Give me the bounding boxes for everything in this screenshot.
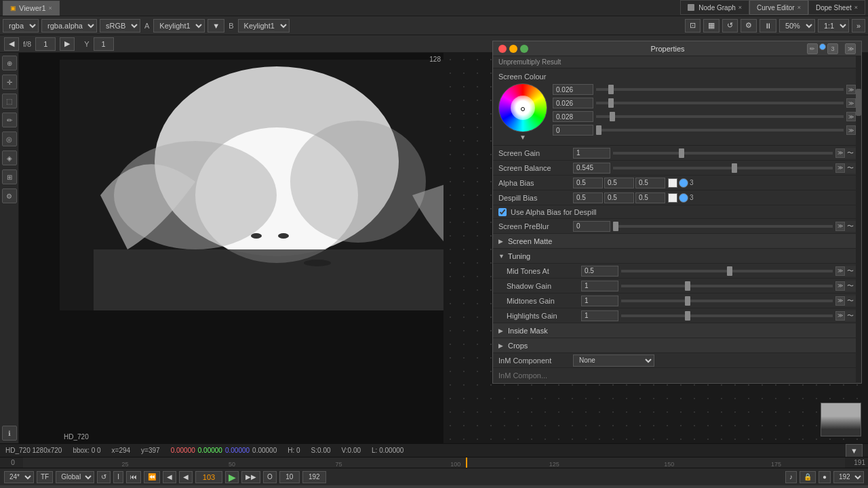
frame-input[interactable] — [35, 37, 56, 51]
screen-gain-slider[interactable] — [613, 152, 833, 155]
ratio-select[interactable]: 1:1 — [818, 19, 849, 33]
step-back-btn[interactable]: ◀ — [163, 471, 176, 483]
screen-gain-anim[interactable]: 〜 — [845, 148, 856, 159]
back-btn[interactable]: ◀ — [179, 471, 193, 483]
colour-a-thumb[interactable] — [596, 125, 601, 135]
alpha-bias-b-input[interactable] — [635, 178, 665, 188]
roi-btn[interactable]: ⊡ — [685, 19, 701, 33]
crops-section[interactable]: ▶ Crops — [493, 338, 861, 353]
use-alpha-bias-checkbox[interactable] — [498, 208, 507, 216]
timeline-ruler[interactable]: 25 50 75 100 125 150 175 103 — [23, 458, 845, 468]
colour-r-arrow[interactable]: ≫ — [846, 85, 856, 94]
reset-btn[interactable]: ↺ — [722, 19, 738, 33]
screen-preblur-thumb[interactable] — [613, 222, 618, 231]
shadow-gain-arrow[interactable]: ≫ — [835, 281, 845, 291]
crop-icon[interactable]: ⬚ — [2, 94, 17, 108]
play-btn[interactable]: ▶ — [225, 471, 239, 483]
viewer1-tab[interactable]: ▣ Viewer1 × — [3, 1, 60, 16]
screen-balance-slider[interactable] — [613, 167, 833, 169]
win-maximize-btn[interactable] — [520, 45, 528, 53]
colour-r-slider[interactable] — [596, 88, 844, 91]
zoom-select[interactable]: 50% — [779, 19, 815, 33]
next-frame-btn[interactable]: ▶ — [60, 37, 75, 51]
colour-b-arrow[interactable]: ≫ — [846, 112, 856, 121]
roto-icon[interactable]: ◎ — [2, 131, 17, 146]
despill-swatch-blue[interactable] — [679, 193, 688, 203]
screen-matte-section[interactable]: ▶ Screen Matte — [493, 234, 861, 249]
current-frame-input[interactable]: 103 — [195, 471, 222, 483]
colorspace-select[interactable]: sRGB — [100, 19, 140, 33]
record-mode-select[interactable]: 192 — [833, 471, 864, 483]
highlights-gain-arrow[interactable]: ≫ — [835, 311, 845, 321]
colour-r-thumb[interactable] — [608, 85, 614, 94]
node-graph-tab[interactable]: Node Graph × — [680, 0, 749, 15]
win-minimize-btn[interactable] — [509, 45, 517, 53]
swatch-blue[interactable] — [679, 178, 688, 188]
shadow-gain-input[interactable] — [581, 281, 618, 291]
shadow-gain-slider[interactable] — [621, 285, 833, 287]
paint-icon[interactable]: ✏ — [2, 113, 17, 127]
despill-bias-r-input[interactable] — [573, 192, 603, 203]
b-input-select[interactable]: Keylight1 — [238, 19, 290, 33]
despill-swatch-white[interactable] — [668, 193, 677, 203]
screen-balance-anim[interactable]: 〜 — [845, 163, 856, 174]
play-audio-btn[interactable]: ▶▶ — [241, 471, 260, 483]
props-collapse-btn[interactable]: ≫ — [845, 43, 856, 54]
props-color-btn[interactable] — [819, 43, 826, 50]
curve-editor-close[interactable]: × — [797, 4, 801, 11]
shadow-gain-anim[interactable]: 〜 — [845, 281, 856, 291]
grid2-icon[interactable]: ⊞ — [2, 169, 17, 184]
highlights-gain-thumb[interactable] — [685, 311, 690, 321]
swatch-white[interactable] — [668, 178, 677, 188]
curve-editor-tab[interactable]: Curve Editor × — [749, 0, 808, 15]
mid-tones-arrow[interactable]: ≫ — [835, 266, 845, 276]
start-btn[interactable]: ⏮ — [126, 471, 141, 483]
midtones-gain-thumb[interactable] — [685, 296, 690, 306]
highlights-gain-anim[interactable]: 〜 — [845, 310, 856, 321]
colour-r-input[interactable] — [553, 84, 593, 95]
prev-btn[interactable]: ⏪ — [144, 471, 160, 483]
viewer1-close[interactable]: × — [49, 5, 52, 12]
channel-select[interactable]: rgba — [3, 19, 39, 33]
viewer-icon[interactable]: ⊕ — [2, 56, 17, 70]
grid-btn[interactable]: ▦ — [703, 19, 719, 33]
dope-sheet-tab[interactable]: Dope Sheet × — [808, 0, 865, 15]
mid-tones-slider[interactable] — [621, 270, 833, 272]
colour-g-input[interactable] — [553, 98, 593, 108]
inside-mask-section[interactable]: ▶ Inside Mask — [493, 323, 861, 338]
screen-gain-thumb[interactable] — [679, 148, 684, 158]
screen-preblur-anim[interactable]: 〜 — [845, 221, 856, 232]
a-connect-btn[interactable]: ▼ — [208, 19, 224, 33]
colour-wheel-dot[interactable] — [521, 107, 525, 111]
status-expand-btn[interactable]: ▼ — [846, 444, 863, 458]
midtones-gain-input[interactable] — [581, 296, 618, 306]
highlights-gain-slider[interactable] — [621, 314, 833, 317]
alpha-bias-g-input[interactable] — [604, 178, 634, 188]
colour-b-slider[interactable] — [596, 115, 844, 118]
more-btn[interactable]: » — [852, 19, 865, 33]
tuning-section[interactable]: ▼ Tuning — [493, 249, 861, 264]
audio-btn[interactable]: ♪ — [785, 471, 797, 483]
dope-sheet-close[interactable]: × — [854, 4, 858, 11]
colour-a-slider[interactable] — [596, 129, 844, 131]
colour-g-thumb[interactable] — [608, 98, 614, 108]
screen-balance-thumb[interactable] — [732, 163, 737, 173]
y-input[interactable] — [94, 37, 114, 51]
settings-btn[interactable]: ⚙ — [741, 19, 757, 33]
settings2-icon[interactable]: ⚙ — [2, 188, 17, 203]
colour-b-input[interactable] — [553, 111, 593, 122]
screen-preblur-arrow[interactable]: ≫ — [835, 222, 845, 231]
screen-preblur-slider[interactable] — [613, 225, 833, 228]
colour-g-slider[interactable] — [596, 102, 844, 104]
global-select[interactable]: Global — [56, 471, 94, 483]
shadow-gain-thumb[interactable] — [685, 281, 690, 291]
transform-icon[interactable]: ✛ — [2, 75, 17, 89]
screen-balance-input[interactable] — [573, 163, 610, 174]
info-icon[interactable]: ℹ — [2, 426, 17, 441]
node-graph-close[interactable]: × — [738, 4, 742, 11]
colour-g-arrow[interactable]: ≫ — [846, 98, 856, 108]
in-btn[interactable]: I — [113, 471, 123, 483]
props-pencil-btn[interactable]: ✏ — [807, 43, 818, 54]
despill-bias-b-input[interactable] — [635, 192, 665, 203]
mid-tones-thumb[interactable] — [727, 266, 732, 276]
